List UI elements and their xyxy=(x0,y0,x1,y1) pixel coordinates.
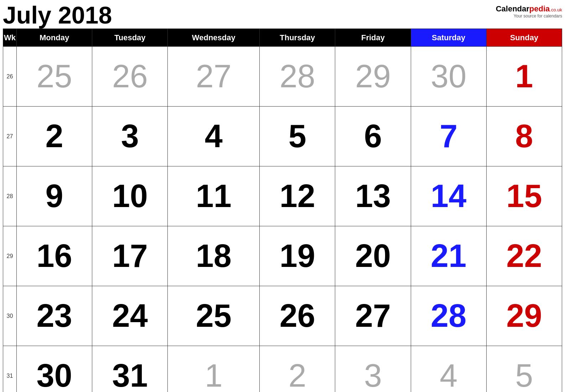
day-cell[interactable]: 25 xyxy=(17,47,92,107)
day-cell[interactable]: 19 xyxy=(260,226,335,286)
day-cell[interactable]: 12 xyxy=(260,166,335,226)
day-cell[interactable]: 27 xyxy=(335,286,411,346)
day-cell[interactable]: 4 xyxy=(168,107,260,166)
calendar-row-29: 2916171819202122 xyxy=(3,226,562,286)
week-number-28: 28 xyxy=(3,166,17,226)
calendar-row-31: 31303112345 xyxy=(3,346,562,392)
day-cell[interactable]: 28 xyxy=(260,47,335,107)
calendar-body: 2625262728293012723456782891011121314152… xyxy=(3,47,562,392)
logo-text: Calendarpedia.co.uk xyxy=(496,4,562,14)
week-number-26: 26 xyxy=(3,47,17,107)
week-number-31: 31 xyxy=(3,346,17,392)
col-header-monday: Monday xyxy=(17,29,92,47)
page-wrapper: July 2018 Calendarpedia.co.uk Your sourc… xyxy=(0,0,565,392)
week-number-27: 27 xyxy=(3,107,17,166)
col-header-wk: Wk xyxy=(3,29,17,47)
day-cell[interactable]: 22 xyxy=(486,226,562,286)
day-cell[interactable]: 11 xyxy=(168,166,260,226)
day-cell[interactable]: 4 xyxy=(411,346,486,392)
day-cell[interactable]: 6 xyxy=(335,107,411,166)
day-cell[interactable]: 30 xyxy=(17,346,92,392)
day-cell[interactable]: 3 xyxy=(92,107,168,166)
col-header-sunday: Sunday xyxy=(486,29,562,47)
day-cell[interactable]: 18 xyxy=(168,226,260,286)
col-header-tuesday: Tuesday xyxy=(92,29,168,47)
day-cell[interactable]: 23 xyxy=(17,286,92,346)
day-cell[interactable]: 26 xyxy=(260,286,335,346)
day-cell[interactable]: 2 xyxy=(260,346,335,392)
day-cell[interactable]: 27 xyxy=(168,47,260,107)
day-cell[interactable]: 7 xyxy=(411,107,486,166)
day-cell[interactable]: 30 xyxy=(411,47,486,107)
calendar-row-27: 272345678 xyxy=(3,107,562,166)
logo-calendar: Calendar xyxy=(496,4,529,13)
day-cell[interactable]: 26 xyxy=(92,47,168,107)
calendar-row-28: 289101112131415 xyxy=(3,166,562,226)
logo-pedia: pedia xyxy=(529,4,550,13)
day-cell[interactable]: 25 xyxy=(168,286,260,346)
day-cell[interactable]: 21 xyxy=(411,226,486,286)
logo-area: Calendarpedia.co.uk Your source for cale… xyxy=(496,3,562,19)
day-cell[interactable]: 8 xyxy=(486,107,562,166)
day-cell[interactable]: 17 xyxy=(92,226,168,286)
day-cell[interactable]: 5 xyxy=(260,107,335,166)
day-cell[interactable]: 24 xyxy=(92,286,168,346)
calendar-row-30: 3023242526272829 xyxy=(3,286,562,346)
day-cell[interactable]: 20 xyxy=(335,226,411,286)
day-cell[interactable]: 1 xyxy=(168,346,260,392)
day-cell[interactable]: 14 xyxy=(411,166,486,226)
week-number-29: 29 xyxy=(3,226,17,286)
day-cell[interactable]: 28 xyxy=(411,286,486,346)
logo-domain: .co.uk xyxy=(550,7,562,12)
day-cell[interactable]: 3 xyxy=(335,346,411,392)
day-cell[interactable]: 16 xyxy=(17,226,92,286)
col-header-saturday: Saturday xyxy=(411,29,486,47)
day-cell[interactable]: 13 xyxy=(335,166,411,226)
day-cell[interactable]: 29 xyxy=(486,286,562,346)
col-header-thursday: Thursday xyxy=(260,29,335,47)
day-cell[interactable]: 5 xyxy=(486,346,562,392)
day-cell[interactable]: 2 xyxy=(17,107,92,166)
calendar-table: Wk Monday Tuesday Wednesday Thursday Fri… xyxy=(3,29,562,392)
col-header-wednesday: Wednesday xyxy=(168,29,260,47)
month-title: July 2018 xyxy=(3,3,112,27)
calendar-header-row: Wk Monday Tuesday Wednesday Thursday Fri… xyxy=(3,29,562,47)
logo-tagline: Your source for calendars xyxy=(514,14,562,19)
day-cell[interactable]: 31 xyxy=(92,346,168,392)
col-header-friday: Friday xyxy=(335,29,411,47)
day-cell[interactable]: 15 xyxy=(486,166,562,226)
day-cell[interactable]: 9 xyxy=(17,166,92,226)
calendar-row-26: 262526272829301 xyxy=(3,47,562,107)
header: July 2018 Calendarpedia.co.uk Your sourc… xyxy=(3,3,562,27)
week-number-30: 30 xyxy=(3,286,17,346)
day-cell[interactable]: 1 xyxy=(486,47,562,107)
day-cell[interactable]: 29 xyxy=(335,47,411,107)
day-cell[interactable]: 10 xyxy=(92,166,168,226)
